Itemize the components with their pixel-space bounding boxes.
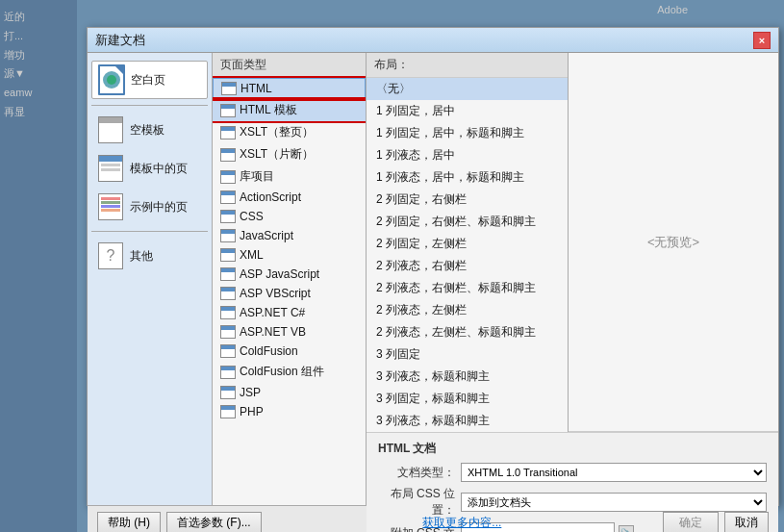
- middle-header: 页面类型: [213, 53, 366, 78]
- footer-right-buttons: 确定 取消: [663, 512, 769, 533]
- layout-items-list: 〈无〉1 列固定，居中1 列固定，居中，标题和脚主1 列液态，居中1 列液态，居…: [367, 78, 568, 432]
- divider-2: [91, 231, 208, 232]
- left-item-blank-template[interactable]: 空模板: [91, 112, 208, 148]
- layout-item-4[interactable]: 1 列液态，居中，标题和脚主: [367, 166, 568, 189]
- dialog-close-button[interactable]: ×: [753, 32, 771, 49]
- layout-item-7[interactable]: 2 列固定，左侧栏: [367, 233, 568, 255]
- layout-item-0[interactable]: 〈无〉: [367, 78, 568, 100]
- middle-item-3[interactable]: ActionScript: [213, 188, 366, 207]
- middle-item-4[interactable]: CSS: [213, 207, 366, 226]
- html-icon: [221, 82, 237, 95]
- dialog-body: 空白页 空模板: [88, 53, 778, 505]
- blank-template-icon: [97, 116, 124, 143]
- layout-header: 布局：: [367, 53, 568, 78]
- left-item-sample-page[interactable]: 示例中的页: [91, 189, 208, 225]
- preview-text: <无预览>: [647, 234, 699, 251]
- middle-item-6[interactable]: XML: [213, 245, 366, 265]
- layout-item-13[interactable]: 3 列液态，标题和脚主: [367, 366, 568, 388]
- middle-item-10[interactable]: ASP.NET VB: [213, 322, 366, 342]
- ok-button[interactable]: 确定: [663, 512, 719, 533]
- doc-type-label: 文档类型：: [378, 465, 455, 481]
- divider-1: [91, 105, 208, 106]
- middle-item-icon-1: [220, 148, 236, 162]
- template-page-label: 模板中的页: [130, 161, 188, 177]
- layout-item-2[interactable]: 1 列固定，居中，标题和脚主: [367, 122, 568, 144]
- team-label: eamw: [4, 84, 73, 103]
- middle-item-2[interactable]: 库项目: [213, 165, 366, 188]
- middle-item-icon-3: [220, 190, 236, 204]
- middle-item-icon-12: [220, 366, 236, 379]
- blank-page-label: 空白页: [131, 72, 165, 89]
- sample-page-label: 示例中的页: [130, 199, 188, 215]
- doc-type-select[interactable]: XHTML 1.0 Transitional: [461, 463, 767, 482]
- html-template-icon: [220, 104, 236, 117]
- middle-item-12[interactable]: ColdFusion 组件: [213, 361, 366, 383]
- new-document-dialog: 新建文档 × 空白页: [87, 27, 779, 506]
- left-item-other[interactable]: ? 其他: [91, 238, 208, 274]
- other-icon: ?: [97, 242, 124, 269]
- template-page-icon: [97, 155, 124, 182]
- blank-page-icon: [98, 66, 125, 93]
- help-button[interactable]: 帮助 (H): [97, 512, 161, 533]
- blank-template-label: 空模板: [130, 122, 164, 139]
- middle-item-icon-8: [220, 287, 236, 300]
- cancel-button[interactable]: 取消: [724, 512, 769, 533]
- prefs-button[interactable]: 首选参数 (F)...: [166, 512, 262, 533]
- layout-item-10[interactable]: 2 列液态，左侧栏: [367, 299, 568, 321]
- middle-item-icon-10: [220, 325, 236, 339]
- layout-panel: 布局： 〈无〉1 列固定，居中1 列固定，居中，标题和脚主1 列液态，居中1 列…: [367, 53, 569, 432]
- footer-center: 获取更多内容...: [422, 515, 501, 531]
- layout-item-5[interactable]: 2 列固定，右侧栏: [367, 189, 568, 211]
- right-panel: 布局： 〈无〉1 列固定，居中1 列固定，居中，标题和脚主1 列液态，居中1 列…: [367, 53, 778, 505]
- middle-item-14[interactable]: PHP: [213, 402, 366, 421]
- layout-item-12[interactable]: 3 列固定: [367, 343, 568, 366]
- doc-type-row: 文档类型： XHTML 1.0 Transitional: [378, 463, 767, 482]
- left-panel: 空白页 空模板: [88, 53, 213, 505]
- middle-item-icon-0: [220, 126, 236, 139]
- layout-item-1[interactable]: 1 列固定，居中: [367, 100, 568, 122]
- middle-item-8[interactable]: ASP VBScript: [213, 284, 366, 303]
- get-more-link[interactable]: 获取更多内容...: [422, 515, 501, 531]
- layout-item-8[interactable]: 2 列液态，右侧栏: [367, 255, 568, 277]
- layout-item-9[interactable]: 2 列液态，右侧栏、标题和脚主: [367, 277, 568, 299]
- layout-item-6[interactable]: 2 列固定，右侧栏、标题和脚主: [367, 211, 568, 233]
- middle-item-icon-13: [220, 386, 236, 399]
- middle-item-7[interactable]: ASP JavaScript: [213, 265, 366, 284]
- dialog-title: 新建文档: [95, 32, 145, 49]
- middle-item-11[interactable]: ColdFusion: [213, 342, 366, 361]
- middle-item-9[interactable]: ASP.NET C#: [213, 303, 366, 322]
- layout-item-15[interactable]: 3 列液态，标题和脚主: [367, 410, 568, 432]
- adobe-bar: Adobe: [657, 4, 688, 15]
- middle-item-icon-7: [220, 267, 236, 281]
- left-item-blank[interactable]: 空白页: [91, 61, 208, 99]
- middle-item-html[interactable]: HTML: [213, 78, 366, 99]
- add-label: 增功: [4, 46, 73, 65]
- dialog-titlebar: 新建文档 ×: [88, 28, 778, 53]
- doc-info-title: HTML 文档: [378, 441, 767, 457]
- middle-item-icon-4: [220, 210, 236, 223]
- recent-label: 近的: [4, 8, 73, 27]
- layout-item-11[interactable]: 2 列液态，左侧栏、标题和脚主: [367, 321, 568, 343]
- layout-css-select[interactable]: 添加到文档头: [461, 493, 767, 512]
- middle-item-0[interactable]: XSLT（整页）: [213, 121, 366, 143]
- preview-panel: <无预览>: [569, 53, 778, 432]
- middle-items-list: XSLT（整页）XSLT（片断）库项目ActionScriptCSSJavaSc…: [213, 121, 366, 421]
- middle-panel: 页面类型 HTML HTML 模板 XSLT（整页）XSLT（片断）库项目Act…: [213, 53, 367, 505]
- app-left-sidebar: 近的 打... 增功 源▼ eamw 再显: [0, 0, 77, 532]
- right-top: 布局： 〈无〉1 列固定，居中1 列固定，居中，标题和脚主1 列液态，居中1 列…: [367, 53, 778, 432]
- middle-item-5[interactable]: JavaScript: [213, 226, 366, 245]
- middle-item-icon-2: [220, 170, 236, 184]
- left-item-template-page[interactable]: 模板中的页: [91, 150, 208, 187]
- middle-item-13[interactable]: JSP: [213, 383, 366, 402]
- source-label: 源▼: [4, 64, 73, 84]
- layout-css-label: 布局 CSS 位置：: [378, 486, 455, 519]
- refresh-label: 再显: [4, 103, 73, 122]
- other-label: 其他: [130, 248, 153, 265]
- middle-item-1[interactable]: XSLT（片断）: [213, 143, 366, 165]
- layout-item-3[interactable]: 1 列液态，居中: [367, 144, 568, 166]
- attach-file-icon[interactable]: 📎: [619, 525, 634, 532]
- layout-item-14[interactable]: 3 列固定，标题和脚主: [367, 388, 568, 410]
- middle-item-icon-5: [220, 229, 236, 242]
- middle-item-html-template[interactable]: HTML 模板: [213, 99, 366, 121]
- sample-page-icon: [97, 193, 124, 220]
